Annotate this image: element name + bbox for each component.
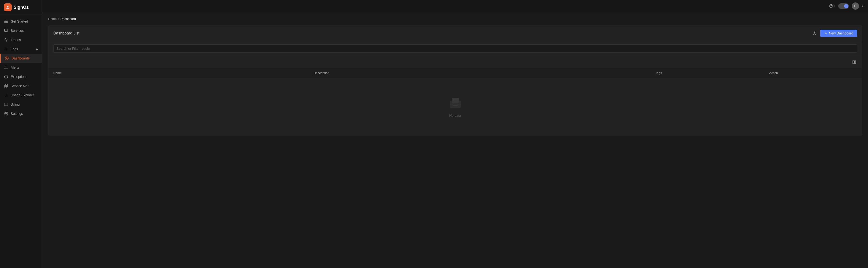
breadcrumb-home[interactable]: Home: [48, 17, 57, 21]
alerts-icon: [4, 65, 8, 70]
logs-icon: [4, 47, 8, 51]
billing-icon: [4, 102, 8, 107]
columns-button[interactable]: [850, 58, 858, 66]
svg-marker-16: [5, 84, 7, 87]
sidebar-item-label: Exceptions: [11, 75, 27, 79]
sidebar-item-label: Traces: [11, 38, 21, 42]
sidebar-item-label: Services: [11, 29, 24, 32]
column-header-tags: Tags: [650, 68, 764, 78]
sidebar-item-label: Logs: [11, 47, 18, 51]
services-icon: [4, 28, 8, 33]
main-content: ▾ D ▾ Home / Dashboard Dashboard List: [42, 0, 868, 268]
svg-rect-31: [853, 61, 854, 63]
table-empty-row: No data: [49, 78, 862, 135]
panel-help-button[interactable]: [811, 30, 818, 37]
table-header-row: Name Description Tags Action: [49, 68, 862, 78]
breadcrumb: Home / Dashboard: [48, 17, 862, 21]
new-dashboard-button[interactable]: New Dashboard: [820, 30, 857, 37]
dashboard-panel: Dashboard List New: [48, 26, 862, 135]
column-header-action: Action: [764, 68, 862, 78]
sidebar-item-label: Get Started: [11, 20, 28, 23]
table-toolbar: [49, 56, 862, 68]
traces-icon: [4, 37, 8, 42]
sidebar-nav: Get Started Services Traces: [0, 15, 42, 268]
empty-icon: [448, 96, 463, 111]
plus-icon: [824, 31, 828, 35]
empty-state: No data: [53, 81, 857, 132]
search-bar: [49, 41, 862, 56]
breadcrumb-separator: /: [58, 17, 59, 21]
help-chevron-icon: ▾: [834, 5, 835, 7]
dashboards-icon: [5, 56, 9, 60]
avatar[interactable]: D: [852, 2, 859, 10]
breadcrumb-current: Dashboard: [60, 17, 76, 21]
sidebar-item-label: Alerts: [11, 65, 20, 70]
sidebar-item-billing[interactable]: Billing: [0, 100, 42, 109]
table-body: No data: [49, 78, 862, 135]
svg-rect-22: [4, 103, 8, 106]
help-button[interactable]: ▾: [829, 4, 835, 8]
sidebar-item-label: Settings: [11, 112, 23, 115]
logo-text: SignOz: [13, 5, 29, 10]
sidebar-item-label: Dashboards: [11, 56, 30, 60]
sidebar-item-label: Billing: [11, 103, 20, 106]
svg-point-11: [6, 58, 7, 59]
svg-point-24: [6, 113, 6, 114]
sidebar-item-services[interactable]: Services: [0, 26, 42, 35]
column-header-description: Description: [309, 68, 650, 78]
sidebar-item-service-map[interactable]: Service Map: [0, 81, 42, 90]
sidebar-item-logs[interactable]: Logs ▶: [0, 45, 42, 54]
dashboard-table: Name Description Tags Action: [49, 68, 862, 135]
settings-icon: [4, 111, 8, 116]
inbox-icon: [448, 96, 463, 110]
table-header: Name Description Tags Action: [49, 68, 862, 78]
sidebar: SignOz Get Started Services: [0, 0, 42, 268]
sidebar-item-label: Usage Explorer: [11, 93, 34, 97]
column-header-name: Name: [49, 68, 309, 78]
sidebar-item-usage-explorer[interactable]: Usage Explorer: [0, 90, 42, 100]
svg-rect-32: [855, 61, 856, 63]
service-map-icon: [4, 84, 8, 88]
svg-rect-1: [4, 29, 7, 31]
sidebar-item-alerts[interactable]: Alerts: [0, 63, 42, 72]
sidebar-item-exceptions[interactable]: Exceptions: [0, 72, 42, 81]
topbar: ▾ D ▾: [42, 0, 868, 12]
question-icon: [812, 31, 816, 35]
theme-toggle[interactable]: [838, 3, 849, 9]
columns-icon: [852, 60, 856, 64]
sidebar-logo[interactable]: SignOz: [0, 0, 42, 15]
home-icon: [4, 19, 8, 24]
usage-icon: [4, 93, 8, 97]
sidebar-item-label: Service Map: [11, 84, 30, 88]
sidebar-item-traces[interactable]: Traces: [0, 35, 42, 45]
avatar-chevron-icon[interactable]: ▾: [862, 5, 863, 7]
svg-point-0: [7, 6, 8, 7]
panel-title: Dashboard List: [53, 31, 80, 35]
toggle-thumb: [844, 4, 848, 8]
search-input[interactable]: [53, 45, 857, 53]
panel-header: Dashboard List New: [49, 26, 862, 41]
chevron-right-icon: ▶: [36, 48, 38, 51]
logo-icon: [4, 3, 12, 11]
sidebar-item-settings[interactable]: Settings: [0, 109, 42, 118]
panel-actions: New Dashboard: [811, 30, 857, 37]
empty-text: No data: [449, 114, 461, 117]
help-icon: [829, 4, 833, 8]
page-content: Home / Dashboard Dashboard List: [42, 12, 868, 268]
exceptions-icon: [4, 75, 8, 79]
new-dashboard-label: New Dashboard: [829, 31, 853, 35]
sidebar-item-dashboards[interactable]: Dashboards: [0, 54, 42, 63]
sidebar-item-get-started[interactable]: Get Started: [0, 17, 42, 26]
svg-rect-34: [452, 98, 459, 103]
